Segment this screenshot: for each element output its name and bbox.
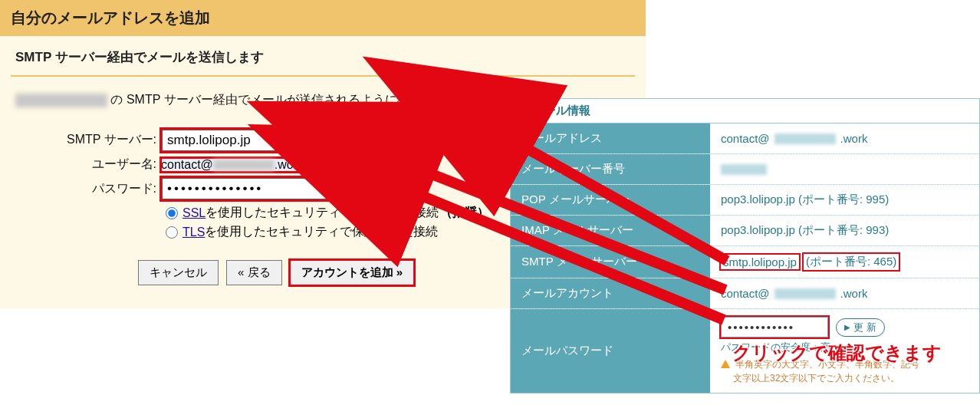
details-link[interactable]: 詳細 [474, 93, 498, 106]
row-imap: IMAP メールサーバー pop3.lolipop.jp (ポート番号: 993… [511, 216, 979, 246]
mail-info-header: メール情報 [511, 99, 979, 123]
smtp-host-highlight: smtp.lolipop.jp [721, 255, 799, 269]
val-mail-address: contact@ .work [710, 123, 979, 153]
click-confirm-note: クリックで確認できます [732, 341, 942, 365]
triangle-icon: ▶ [844, 323, 850, 331]
ssl-link[interactable]: SSL [183, 206, 206, 220]
val-account: contact@ .work [710, 278, 979, 308]
val-imap: pop3.lolipop.jp (ポート番号: 993) [710, 216, 979, 245]
smtp-port-highlight: (ポート番号: 465) [804, 254, 899, 270]
label-password: パスワード: [15, 181, 161, 197]
square-bullet-icon [518, 107, 527, 115]
row-pop: POP メールサーバー pop3.lolipop.jp (ポート番号: 995) [511, 185, 979, 216]
val-pop: pop3.lolipop.jp (ポート番号: 995) [710, 185, 979, 215]
val-server-number [710, 154, 979, 184]
blurred-value [721, 164, 767, 175]
mail-info-title: メール情報 [533, 104, 590, 118]
blurred-domain [15, 94, 107, 107]
label-port: ポート: [404, 132, 444, 148]
row-smtp: SMTP メールサーバー smtp.lolipop.jp (ポート番号: 465… [511, 246, 979, 278]
val-smtp: smtp.lolipop.jp (ポート番号: 465) [710, 246, 979, 278]
tls-link[interactable]: TLS [183, 226, 205, 239]
password-input[interactable] [161, 177, 393, 200]
update-button[interactable]: ▶ 更 新 [836, 318, 885, 337]
dialog-subtitle: SMTP サーバー経由でメールを送信します [0, 36, 646, 69]
row-server-number: メールサーバー番号 [511, 154, 979, 185]
dialog-title-bar: 自分のメールアドレスを追加 [0, 0, 646, 36]
desc-text: の SMTP サーバー経由でメールが送信されるように設定します。 [110, 93, 470, 106]
row-mail-address: メールアドレス contact@ .work [511, 123, 979, 154]
warning-icon [721, 360, 730, 368]
back-button[interactable]: « 戻る [226, 260, 282, 285]
password-display[interactable]: •••••••••••• [721, 317, 828, 338]
cancel-button[interactable]: キャンセル [138, 260, 219, 285]
divider [11, 75, 635, 77]
blurred-user-domain [213, 160, 275, 170]
add-account-button[interactable]: アカウントを追加 » [290, 260, 415, 285]
ssl-radio[interactable] [166, 207, 178, 219]
tls-radio[interactable] [166, 226, 178, 239]
username-input[interactable]: contact@ .work [161, 158, 393, 172]
dialog-title: 自分のメールアドレスを追加 [11, 8, 635, 28]
label-username: ユーザー名: [15, 156, 161, 173]
label-smtp: SMTP サーバー: [15, 132, 161, 148]
smtp-server-input[interactable] [161, 129, 393, 152]
row-account: メールアカウント contact@ .work [511, 278, 979, 309]
blurred-domain [774, 288, 836, 299]
blurred-domain [774, 133, 836, 144]
port-select[interactable]: 465 [449, 128, 498, 152]
